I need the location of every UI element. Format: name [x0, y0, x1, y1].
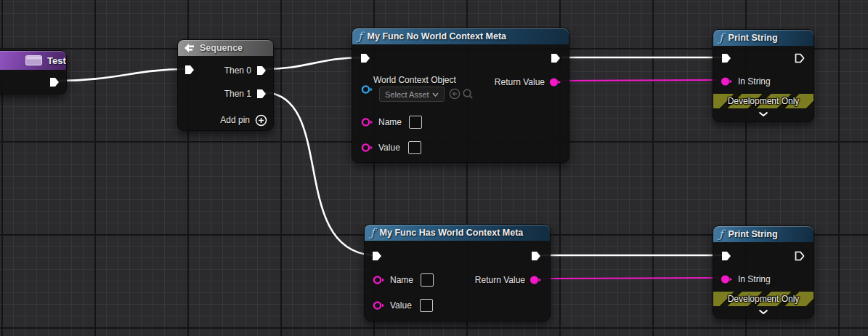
- use-selected-asset-button[interactable]: [449, 88, 461, 100]
- pin-label: Value: [390, 300, 412, 311]
- node-sequence[interactable]: Sequence Then 0 Then 1 Add pin: [177, 39, 274, 131]
- node-func-no-world-context-meta[interactable]: ƒ My Func No World Context Meta World Co…: [352, 28, 569, 163]
- string-in-pin-name[interactable]: [373, 274, 385, 286]
- string-out-pin-return[interactable]: [530, 274, 542, 286]
- node-sequence-header[interactable]: Sequence: [178, 40, 273, 56]
- node-print-header[interactable]: ƒ Print String: [713, 226, 814, 242]
- node-title: My Func Has World Context Meta: [380, 228, 524, 238]
- select-asset-dropdown[interactable]: Select Asset: [379, 87, 445, 102]
- node-func-has-world-context-meta[interactable]: ƒ My Func Has World Context Meta Name Re…: [364, 224, 551, 321]
- expand-node-chevron[interactable]: [758, 309, 768, 315]
- expand-node-chevron[interactable]: [758, 111, 768, 117]
- exec-out-pin-then1[interactable]: [256, 88, 267, 100]
- string-in-pin-value[interactable]: [361, 142, 373, 153]
- pin-row-then0: Then 0: [224, 64, 267, 77]
- name-text-input[interactable]: [409, 116, 422, 129]
- event-window-icon: [25, 55, 42, 65]
- sequence-icon: [184, 43, 195, 53]
- node-title: Sequence: [200, 43, 243, 53]
- pin-row-name: Name: [373, 273, 434, 287]
- browse-asset-icon[interactable]: [462, 88, 474, 100]
- pin-row-return-value: Return Value: [495, 76, 561, 89]
- node-func-header[interactable]: ƒ My Func No World Context Meta: [352, 28, 569, 44]
- banner-label: Development Only: [728, 294, 800, 304]
- node-print-header[interactable]: ƒ Print String: [713, 30, 814, 46]
- exec-out-pin[interactable]: [49, 76, 60, 88]
- select-asset-label: Select Asset: [385, 90, 429, 99]
- function-icon: ƒ: [370, 228, 375, 239]
- data-wire-return-to-instring-top[interactable]: [561, 80, 718, 81]
- exec-out-pin-unconnected[interactable]: [794, 250, 806, 262]
- node-title: Test: [47, 55, 66, 66]
- pin-label-world-context: World Context Object: [373, 75, 456, 85]
- exec-out-pin[interactable]: [530, 250, 542, 262]
- pin-label: Return Value: [475, 275, 525, 285]
- string-in-pin-instring[interactable]: [721, 76, 733, 87]
- function-icon: ƒ: [719, 33, 723, 44]
- node-test-header[interactable]: Test: [0, 51, 66, 70]
- string-in-pin-value[interactable]: [373, 300, 385, 311]
- pin-label: In String: [738, 76, 771, 87]
- exec-out-pin-then0[interactable]: [256, 65, 267, 76]
- pin-row-in-string: In String: [721, 75, 771, 88]
- pin-row-value: Value: [361, 141, 421, 154]
- exec-out-pin-unconnected[interactable]: [794, 52, 806, 64]
- string-out-pin-return[interactable]: [549, 76, 561, 88]
- exec-in-pin[interactable]: [360, 52, 371, 64]
- pin-row-name: Name: [361, 116, 422, 129]
- function-icon: ƒ: [719, 229, 723, 240]
- pin-row-then1: Then 1: [224, 87, 267, 100]
- banner-label: Development Only: [728, 96, 800, 106]
- node-title: Print String: [729, 33, 778, 43]
- value-text-input[interactable]: [420, 299, 433, 312]
- pin-label: Then 0: [224, 65, 251, 76]
- exec-in-pin[interactable]: [184, 64, 195, 76]
- pin-label: Value: [378, 143, 400, 153]
- add-pin-button[interactable]: [255, 114, 267, 127]
- add-pin-row: Add pin: [220, 113, 267, 127]
- node-test[interactable]: Test: [0, 50, 67, 95]
- pin-label: Name: [390, 275, 413, 285]
- pin-label: Return Value: [495, 77, 545, 87]
- pin-row-return-value: Return Value: [475, 273, 542, 287]
- development-only-banner: Development Only: [713, 94, 814, 108]
- string-in-pin-instring[interactable]: [721, 273, 733, 285]
- exec-in-pin[interactable]: [721, 250, 732, 262]
- exec-out-pin[interactable]: [550, 52, 561, 64]
- exec-wire-test-to-sequence[interactable]: [60, 69, 186, 81]
- object-pin-world-context[interactable]: [361, 84, 373, 95]
- node-print-string-bottom[interactable]: ƒ Print String In String Development Onl…: [713, 225, 814, 319]
- exec-in-pin[interactable]: [721, 52, 732, 64]
- data-wire-return-to-instring-bottom[interactable]: [540, 278, 718, 279]
- pin-label: Name: [378, 117, 402, 127]
- exec-wire-then0-to-func-no-wcm[interactable]: [266, 57, 362, 69]
- blueprint-graph-canvas[interactable]: Test Sequence Then 0 Then 1: [0, 0, 868, 336]
- name-text-input[interactable]: [421, 273, 434, 287]
- add-pin-label: Add pin: [220, 115, 250, 125]
- pin-label: Then 1: [224, 89, 251, 99]
- string-in-pin-name[interactable]: [361, 116, 373, 128]
- pin-label: In String: [738, 274, 771, 284]
- node-print-string-top[interactable]: ƒ Print String In String Development Onl…: [713, 29, 814, 122]
- pin-row-in-string: In String: [721, 273, 771, 286]
- node-func-header[interactable]: ƒ My Func Has World Context Meta: [365, 225, 550, 241]
- development-only-banner: Development Only: [713, 292, 814, 306]
- pin-row-value: Value: [373, 299, 433, 312]
- chevron-down-icon: [432, 92, 439, 97]
- node-title: My Func No World Context Meta: [368, 31, 506, 41]
- value-text-input[interactable]: [408, 141, 421, 154]
- exec-in-pin[interactable]: [371, 250, 383, 262]
- node-title: Print String: [729, 229, 778, 239]
- function-icon: ƒ: [358, 31, 362, 42]
